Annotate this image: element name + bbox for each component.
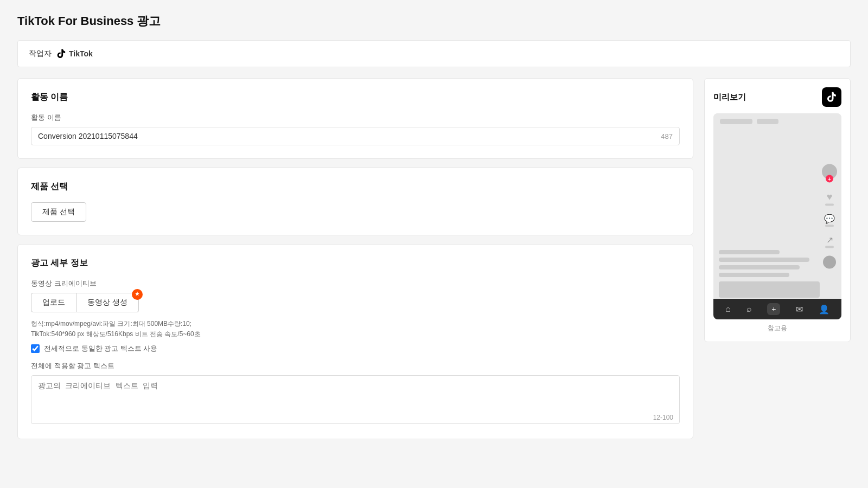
mock-plus-icon: + — [828, 176, 831, 182]
preview-header: 미리보기 — [713, 87, 841, 107]
textarea-wrapper: 12-100 — [31, 375, 680, 426]
tiktok-logo: TikTok — [56, 48, 93, 59]
generate-button[interactable]: 동영상 생성 — [76, 293, 139, 312]
mock-comment-icon: 💬 — [824, 214, 835, 224]
phone-content: + ♥ 💬 — [713, 113, 841, 319]
preview-card: 미리보기 — [704, 78, 851, 342]
checkbox-label: 전세적으로 동일한 광고 텍스트 사용 — [44, 344, 157, 354]
left-panel: 활동 이름 활동 이름 Conversion 20210115075844 48… — [17, 78, 693, 439]
mock-heart-action: ♥ — [825, 191, 834, 206]
mock-line-1 — [719, 250, 780, 254]
generate-badge — [132, 289, 143, 300]
mock-profile-icon: 👤 — [819, 304, 829, 314]
video-creative-label: 동영상 크리에이티브 — [31, 279, 680, 288]
mock-share-count — [825, 246, 834, 248]
mock-follow-container: + — [822, 164, 837, 179]
mock-share-icon: ↗ — [826, 235, 833, 245]
mock-heart-count — [825, 204, 834, 206]
activity-card-title: 활동 이름 — [31, 92, 680, 103]
mock-cta-bar — [719, 281, 820, 298]
activity-field-label: 활동 이름 — [31, 113, 680, 123]
mock-line-3 — [719, 265, 800, 269]
mock-add-follow-badge: + — [826, 175, 833, 183]
product-card: 제품 선택 제품 선택 — [17, 168, 693, 235]
mock-comment-action: 💬 — [824, 214, 835, 227]
mock-share-action: ↗ — [825, 235, 834, 248]
product-card-title: 제품 선택 — [31, 181, 680, 192]
mock-disc-icon — [823, 256, 836, 269]
mock-side-actions: + ♥ 💬 — [822, 164, 837, 269]
video-buttons-row: 업로드 동영상 생성 — [31, 293, 680, 312]
ad-text-textarea[interactable] — [31, 375, 680, 424]
activity-char-count: 487 — [661, 132, 673, 140]
mock-search-icon: ⌕ — [746, 304, 752, 314]
same-text-checkbox-row: 전세적으로 동일한 광고 텍스트 사용 — [31, 344, 680, 354]
mock-heart-icon: ♥ — [827, 191, 833, 203]
page-title: TikTok For Business 광고 — [17, 13, 851, 29]
activity-name-input[interactable]: Conversion 20210115075844 487 — [31, 127, 680, 145]
author-label: 작업자 — [29, 49, 52, 59]
same-text-checkbox[interactable] — [31, 344, 40, 353]
mock-comment-count — [825, 225, 834, 227]
activity-input-value: Conversion 20210115075844 — [38, 132, 138, 140]
preview-note: 참고용 — [713, 324, 841, 333]
ad-detail-card-title: 광고 세부 정보 — [31, 258, 680, 269]
file-info-line2: TikTok:540*960 px 해상도/516Kbps 비트 전송 속도/5… — [31, 329, 680, 339]
mock-bottom-nav: ⌂ ⌕ + ✉ 👤 — [713, 299, 841, 319]
phone-preview: + ♥ 💬 — [713, 113, 841, 319]
tiktok-app-icon — [822, 87, 841, 107]
upload-button[interactable]: 업로드 — [31, 293, 76, 312]
mock-bottom-content — [719, 250, 820, 298]
mock-line-4 — [719, 273, 789, 277]
author-bar: 작업자 TikTok — [17, 40, 851, 67]
mock-home-icon: ⌂ — [725, 304, 731, 314]
activity-card: 활동 이름 활동 이름 Conversion 20210115075844 48… — [17, 78, 693, 159]
product-select-button[interactable]: 제품 선택 — [31, 202, 86, 222]
ad-detail-card: 광고 세부 정보 동영상 크리에이티브 업로드 동영상 생성 — [17, 244, 693, 439]
mock-bar-1 — [720, 119, 752, 124]
file-info-line1: 형식:mp4/mov/mpeg/avi:파일 크기:최대 500MB수량:10; — [31, 319, 680, 329]
mock-bar-2 — [757, 119, 778, 124]
mock-msg-icon: ✉ — [796, 304, 803, 314]
ad-text-field-label: 전체에 적용할 광고 텍스트 — [31, 361, 680, 371]
mock-top-bar — [713, 113, 841, 130]
mock-line-2 — [719, 258, 809, 262]
right-panel: 미리보기 — [704, 78, 851, 342]
mock-plus-nav-icon: + — [767, 303, 780, 315]
video-creative-section: 동영상 크리에이티브 업로드 동영상 생성 — [31, 279, 680, 339]
textarea-counter: 12-100 — [653, 414, 673, 421]
file-info: 형식:mp4/mov/mpeg/avi:파일 크기:최대 500MB수량:10;… — [31, 319, 680, 339]
preview-title: 미리보기 — [713, 92, 746, 102]
tiktok-brand-name: TikTok — [69, 49, 93, 58]
